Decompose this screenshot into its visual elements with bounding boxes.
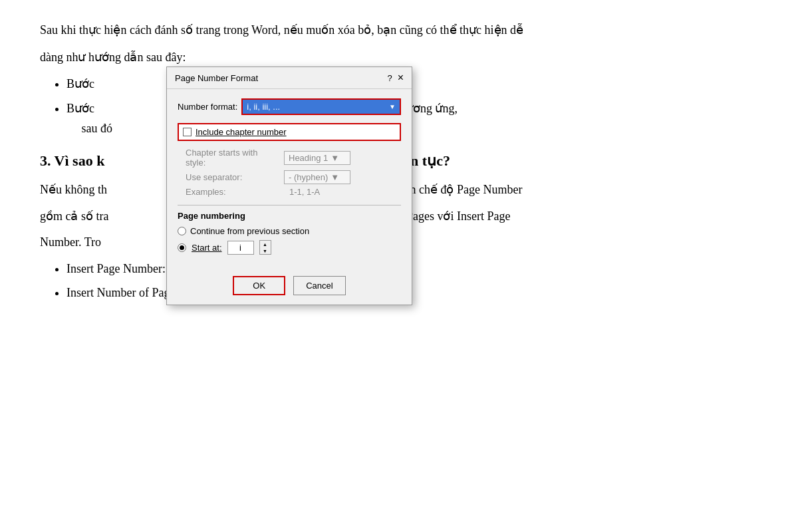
chapter-starts-value: Heading 1 <box>289 153 328 163</box>
examples-row: Examples: 1-1, 1-A <box>186 187 401 197</box>
dialog-body: Number format: i, ii, iii, ... ▼ Include… <box>167 89 412 273</box>
use-separator-label: Use separator: <box>186 172 279 182</box>
include-chapter-label: Include chapter number <box>196 127 287 137</box>
number-format-label: Number format: <box>178 102 237 112</box>
start-at-radio-row[interactable]: Start at: ▲ ▼ <box>178 240 401 255</box>
use-separator-row: Use separator: - (hyphen) ▼ <box>186 170 401 184</box>
chapter-starts-row: Chapter starts with style: Heading 1 ▼ <box>186 148 401 168</box>
dialog-title: Page Number Format <box>175 73 258 83</box>
dialog-titlebar-actions: ? × <box>387 72 404 83</box>
intro-line1: Sau khi thực hiện cách đánh số trang tro… <box>40 20 758 41</box>
start-at-radio-button[interactable] <box>178 243 186 252</box>
page-numbering-section: Page numbering Continue from previous se… <box>178 211 401 255</box>
chapter-starts-label: Chapter starts with style: <box>186 148 279 168</box>
spinner-down-button[interactable]: ▼ <box>260 247 271 254</box>
spinner-up-button[interactable]: ▲ <box>260 241 271 247</box>
ok-button[interactable]: OK <box>233 276 285 295</box>
number-format-row: Number format: i, ii, iii, ... ▼ <box>178 98 401 115</box>
dialog-titlebar: Page Number Format ? × <box>167 67 412 89</box>
continue-label: Continue from previous section <box>190 226 309 236</box>
dialog-footer: OK Cancel <box>167 273 412 305</box>
page-numbering-label: Page numbering <box>178 211 401 221</box>
use-separator-arrow: ▼ <box>331 172 339 182</box>
include-chapter-row: Include chapter number <box>178 123 401 141</box>
use-separator-select[interactable]: - (hyphen) ▼ <box>284 170 350 184</box>
divider <box>178 205 401 205</box>
page-number-format-dialog: Page Number Format ? × Number format: i,… <box>166 66 412 305</box>
continue-radio-button[interactable] <box>178 227 186 235</box>
include-chapter-checkbox[interactable] <box>183 128 192 136</box>
chapter-starts-select[interactable]: Heading 1 ▼ <box>284 151 350 165</box>
number-format-select[interactable]: i, ii, iii, ... ▼ <box>241 98 401 115</box>
examples-value: 1-1, 1-A <box>289 187 320 197</box>
cancel-button[interactable]: Cancel <box>293 276 345 295</box>
intro-line2: dàng như hướng dẫn sau đây: <box>40 47 758 68</box>
dialog-close-button[interactable]: × <box>398 72 404 83</box>
select-dropdown-arrow: ▼ <box>389 103 396 110</box>
start-at-input[interactable] <box>227 241 254 255</box>
start-at-spinner[interactable]: ▲ ▼ <box>259 240 271 255</box>
dialog-help-button[interactable]: ? <box>387 73 392 83</box>
chapter-starts-arrow: ▼ <box>331 153 339 163</box>
chapter-options: Chapter starts with style: Heading 1 ▼ U… <box>186 148 401 197</box>
examples-label: Examples: <box>186 187 284 197</box>
continue-radio-row[interactable]: Continue from previous section <box>178 226 401 236</box>
use-separator-value: - (hyphen) <box>289 172 328 182</box>
start-at-label: Start at: <box>192 243 222 253</box>
number-format-value: i, ii, iii, ... <box>247 102 280 112</box>
